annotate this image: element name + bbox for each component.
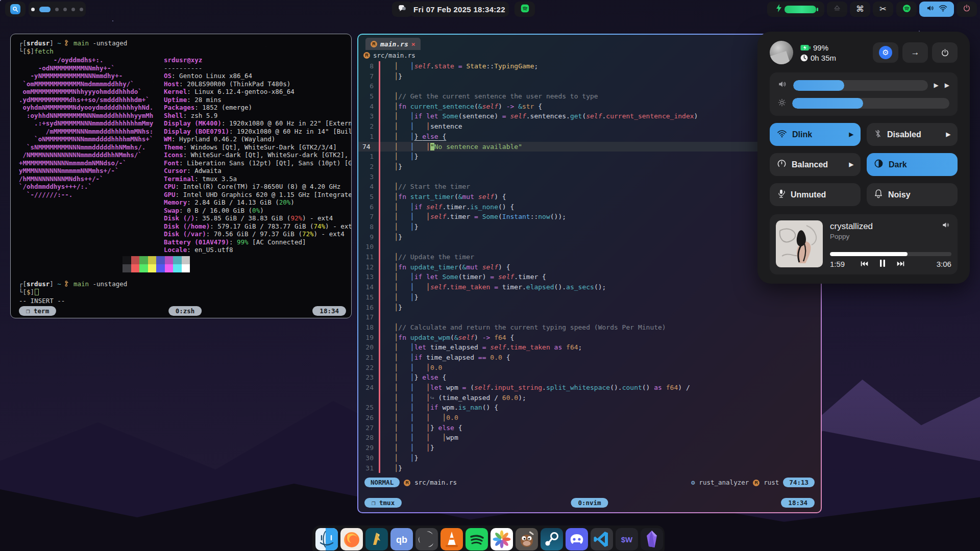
volume-network-button[interactable] — [919, 2, 954, 17]
dock-item-spotify[interactable] — [465, 528, 488, 550]
dock-item-vlc[interactable] — [440, 528, 463, 550]
tmux-window-pill[interactable]: ❐ tmux — [364, 498, 402, 508]
code-text: │ │let time_elapsed = self.time_taken as… — [379, 342, 821, 353]
rust-icon: R — [404, 478, 410, 486]
workspace-dot[interactable] — [31, 8, 35, 11]
code-text: │ │ │"No sentence available" — [379, 142, 821, 152]
toggle-unmuted[interactable]: Unmuted — [770, 183, 861, 206]
code-text: │ │ │↪ (time_elapsed / 60.0); — [379, 393, 821, 403]
toggle-label: Unmuted — [791, 190, 826, 199]
dock-item-gimp[interactable] — [516, 528, 538, 550]
clock[interactable]: Fri 07 Feb 2025 18:34:22 — [410, 2, 509, 17]
previous-track-icon[interactable] — [861, 260, 868, 268]
spotify-tray-button[interactable] — [514, 2, 535, 17]
workspace-dot[interactable] — [55, 8, 59, 11]
terminal-prompt: ┌[srdusr] ~ main -unstaged — [19, 272, 351, 288]
workspace-dot[interactable] — [80, 8, 83, 11]
power-menu-button[interactable] — [932, 42, 958, 63]
code-line: 15 │ │} — [358, 292, 821, 303]
power-button[interactable] — [957, 2, 977, 17]
dock-item-photos[interactable] — [491, 528, 513, 550]
tmux-window-pill[interactable]: ❐ term — [19, 306, 56, 316]
dock-item-obsidian[interactable] — [641, 528, 663, 550]
code-text: │ │ │if wpm.is_nan() { — [379, 403, 821, 413]
discord-icon — [566, 528, 588, 550]
code-line: 5 │// Get the current sentence the user … — [358, 91, 821, 102]
dock-item-qbittorrent[interactable]: qb — [390, 528, 413, 550]
code-line: 11 │// Update the timer — [358, 252, 821, 262]
notifications-button[interactable] — [392, 2, 412, 17]
terminal-cursor-line: └[$] — [19, 288, 351, 296]
toggle-dark[interactable]: Dark — [867, 153, 958, 176]
workspace-active-pill[interactable] — [39, 7, 51, 12]
spotify-status-button[interactable] — [896, 2, 917, 17]
avatar[interactable] — [770, 41, 793, 64]
code-text: │ │} — [379, 152, 821, 162]
launcher-button[interactable] — [5, 2, 26, 17]
dock-item-firefox[interactable] — [340, 528, 363, 550]
editor-window[interactable]: Rmain.rs×Rsrc/main.rs8 │ │self.state = S… — [357, 34, 822, 513]
workspace-indicator[interactable] — [29, 2, 86, 17]
dock-item-wezterm[interactable]: $W — [616, 528, 638, 550]
code-line: 22 │ │ │0.0 — [358, 363, 821, 373]
command-icon: ⌘ — [856, 5, 864, 13]
code-line: 4 │fn current_sentence(&self) -> &str { — [358, 102, 821, 112]
line-number: 20 — [358, 342, 379, 353]
battery-bar — [785, 6, 816, 13]
toggle-dlink[interactable]: Dlink▶ — [770, 123, 861, 146]
dock-item-discord[interactable] — [566, 528, 588, 550]
obsidian-icon — [641, 528, 663, 550]
line-number: 5 — [358, 91, 379, 102]
terminal-window[interactable]: ┌[srdusr] ~ main -unstaged└[$]fetch -/oy… — [10, 34, 352, 318]
brightness-slider[interactable] — [792, 98, 949, 109]
terminal-command-line: └[$]fetch — [19, 47, 351, 56]
quick-toggles: Dlink▶Disabled▶Balanced▶DarkUnmutedNoisy — [770, 123, 958, 206]
chevron-right-icon[interactable]: ▶ — [849, 161, 853, 168]
code-line: 27 │ │ │} else { — [358, 423, 821, 433]
dock-item-finder[interactable] — [315, 528, 338, 550]
battery-indicator[interactable] — [767, 2, 824, 17]
chevron-right-icon[interactable]: ▶ — [849, 131, 853, 138]
rust-icon: R — [371, 41, 377, 47]
dock-item-steam[interactable] — [541, 528, 563, 550]
seek-bar[interactable] — [830, 252, 951, 256]
workspace-dot[interactable] — [63, 8, 67, 11]
code-line: 4 │// Start the timer — [358, 182, 821, 192]
expand-button[interactable]: → — [902, 42, 928, 63]
toggle-disabled[interactable]: Disabled▶ — [867, 123, 958, 146]
eject-button[interactable] — [827, 2, 847, 17]
battery-icon — [800, 44, 811, 51]
track-title: crystallized — [830, 221, 951, 232]
panel-header: 99%0h 35m⚙→ — [770, 41, 958, 64]
code-line: 9 │} — [358, 232, 821, 242]
pause-icon[interactable] — [879, 260, 886, 268]
slider-step-buttons[interactable]: ▶▶ — [934, 82, 949, 89]
dock-item-vscode[interactable] — [591, 528, 613, 550]
dock-item-lutris[interactable] — [365, 528, 388, 550]
dock-item-obs[interactable] — [415, 528, 438, 550]
screenshot-button[interactable]: ✂ — [873, 2, 893, 17]
settings-button[interactable]: ⚙ — [873, 42, 898, 63]
code-area[interactable]: 8 │ │self.state = State::TypingGame;7 │}… — [358, 60, 821, 475]
player-times: 1:593:06 — [830, 260, 951, 268]
code-text: │ │ │} — [379, 443, 821, 453]
toggle-balanced[interactable]: Balanced▶ — [770, 153, 861, 176]
audio-output-icon[interactable] — [942, 221, 950, 231]
workspace-dot[interactable] — [71, 8, 75, 11]
code-text: │fn update_wpm(&self) -> f64 { — [379, 333, 821, 343]
line-number: 24 — [358, 383, 379, 393]
line-number: 17 — [358, 312, 379, 322]
command-key-button[interactable]: ⌘ — [850, 2, 870, 17]
code-text: │ │} else { — [379, 132, 821, 142]
next-track-icon[interactable] — [897, 260, 904, 268]
toggle-noisy[interactable]: Noisy — [867, 183, 958, 206]
line-number: 1 — [358, 132, 379, 142]
volume-slider[interactable] — [793, 80, 928, 91]
player-controls — [861, 260, 904, 268]
lsp-gear-icon: ⚙ — [691, 479, 695, 486]
chevron-right-icon[interactable]: ▶ — [946, 131, 950, 138]
code-line: 17 — [358, 312, 821, 322]
code-line: 23 │ │} else { — [358, 372, 821, 383]
tab-close-icon[interactable]: × — [411, 40, 415, 48]
tab-main-rs[interactable]: Rmain.rs× — [365, 38, 421, 50]
